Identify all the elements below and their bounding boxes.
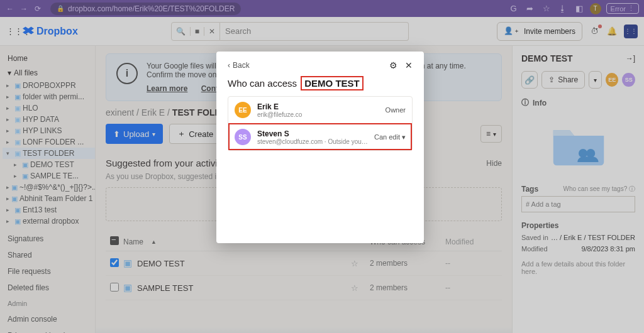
person-name: Erik E: [257, 102, 379, 111]
modal-title: Who can access DEMO TEST: [228, 78, 413, 89]
modal-title-highlight: DEMO TEST: [301, 76, 364, 90]
person-avatar: EE: [235, 102, 251, 118]
modal-close-icon[interactable]: ✕: [405, 60, 413, 70]
person-permission[interactable]: Can edit ▾: [374, 133, 406, 141]
person-row: EEErik Eerik@filefuze.coOwner: [228, 97, 412, 123]
access-modal: ‹Back ⚙ ✕ Who can access DEMO TEST EEEri…: [216, 52, 424, 243]
modal-back-button[interactable]: ‹Back: [228, 61, 250, 70]
person-row: SSSteven Ssteven@cloudfuze.com · Outside…: [228, 123, 412, 150]
modal-settings-icon[interactable]: ⚙: [389, 60, 397, 70]
person-email: erik@filefuze.co: [257, 111, 379, 118]
chevron-left-icon: ‹: [228, 61, 230, 70]
person-email: steven@cloudfuze.com · Outside your Drop…: [257, 138, 368, 145]
people-list: EEErik Eerik@filefuze.coOwnerSSSteven Ss…: [228, 96, 413, 151]
person-name: Steven S: [257, 129, 368, 138]
person-avatar: SS: [235, 129, 251, 145]
person-permission: Owner: [386, 106, 406, 114]
